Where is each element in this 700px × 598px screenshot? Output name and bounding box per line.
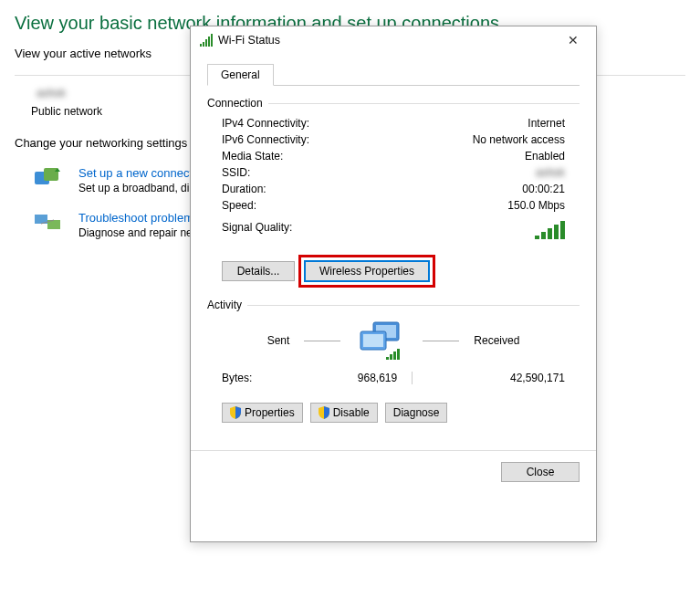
properties-button[interactable]: Properties bbox=[222, 403, 303, 423]
troubleshoot-link[interactable]: Troubleshoot problems bbox=[78, 211, 199, 225]
signal-bars-icon bbox=[535, 221, 565, 239]
svg-rect-11 bbox=[393, 351, 396, 360]
title-bar[interactable]: Wi-Fi Status ✕ bbox=[191, 26, 596, 54]
speed-value: 150.0 Mbps bbox=[507, 199, 565, 212]
received-label: Received bbox=[474, 334, 519, 347]
signal-quality-label: Signal Quality: bbox=[222, 221, 292, 242]
computers-icon bbox=[355, 319, 408, 362]
close-icon[interactable]: ✕ bbox=[558, 27, 589, 53]
divider bbox=[423, 341, 459, 341]
divider bbox=[304, 341, 340, 341]
signal-quality-value bbox=[535, 221, 565, 242]
divider bbox=[412, 372, 413, 384]
ipv6-value: No network access bbox=[473, 133, 565, 146]
bytes-label: Bytes: bbox=[222, 372, 252, 384]
wifi-status-dialog: Wi-Fi Status ✕ General Connection IPv4 C… bbox=[190, 26, 597, 542]
ipv4-value: Internet bbox=[528, 117, 565, 130]
ssid-value: ashok bbox=[536, 166, 565, 179]
divider bbox=[247, 305, 580, 306]
details-button[interactable]: Details... bbox=[222, 261, 295, 281]
highlight-annotation: Wireless Properties bbox=[298, 255, 435, 288]
speed-label: Speed: bbox=[222, 199, 256, 212]
diagnose-button[interactable]: Diagnose bbox=[385, 403, 448, 423]
close-button[interactable]: Close bbox=[501, 462, 580, 482]
duration-value: 00:00:21 bbox=[522, 183, 565, 195]
wifi-signal-icon bbox=[200, 34, 213, 47]
ipv6-label: IPv6 Connectivity: bbox=[222, 133, 309, 146]
dialog-title: Wi-Fi Status bbox=[218, 34, 280, 47]
shield-icon bbox=[319, 406, 329, 419]
duration-label: Duration: bbox=[222, 183, 266, 195]
network-setup-icon bbox=[33, 166, 64, 190]
media-state-label: Media State: bbox=[222, 150, 283, 163]
ipv4-label: IPv4 Connectivity: bbox=[222, 117, 309, 130]
media-state-value: Enabled bbox=[525, 150, 565, 163]
svg-rect-10 bbox=[390, 354, 392, 360]
svg-rect-9 bbox=[386, 357, 389, 360]
connection-group-label: Connection bbox=[207, 97, 263, 110]
shield-icon bbox=[230, 406, 241, 419]
sent-label: Sent bbox=[267, 334, 290, 347]
svg-rect-8 bbox=[363, 334, 383, 347]
activity-group-label: Activity bbox=[207, 299, 242, 311]
wireless-properties-button[interactable]: Wireless Properties bbox=[305, 261, 429, 281]
troubleshoot-icon bbox=[33, 211, 64, 235]
disable-button[interactable]: Disable bbox=[310, 403, 378, 423]
tab-strip: General bbox=[207, 63, 580, 86]
svg-rect-12 bbox=[397, 349, 400, 360]
ssid-label: SSID: bbox=[222, 166, 250, 179]
dialog-footer: Close bbox=[191, 450, 596, 493]
bytes-received-value: 42,590,171 bbox=[420, 372, 565, 384]
bytes-sent-value: 968,619 bbox=[252, 372, 404, 384]
divider bbox=[268, 103, 580, 104]
tab-general[interactable]: General bbox=[207, 64, 274, 86]
